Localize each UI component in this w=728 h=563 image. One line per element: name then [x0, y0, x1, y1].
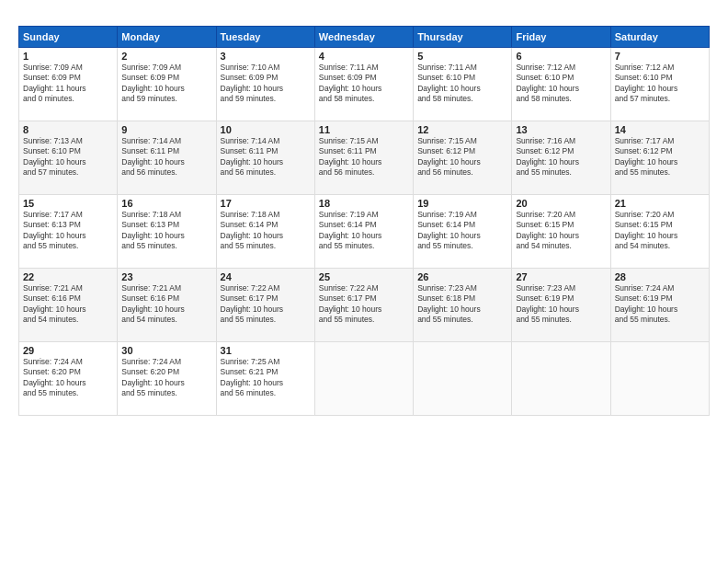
day-info: Sunrise: 7:17 AM Sunset: 6:12 PM Dayligh… [615, 136, 705, 178]
calendar-cell: 21Sunrise: 7:20 AM Sunset: 6:15 PM Dayli… [610, 195, 709, 269]
day-info: Sunrise: 7:21 AM Sunset: 6:16 PM Dayligh… [23, 283, 113, 326]
col-header-tuesday: Tuesday [216, 27, 314, 48]
day-number: 8 [23, 124, 113, 135]
calendar-cell: 26Sunrise: 7:23 AM Sunset: 6:18 PM Dayli… [414, 269, 512, 342]
day-info: Sunrise: 7:11 AM Sunset: 6:09 PM Dayligh… [319, 63, 409, 105]
col-header-thursday: Thursday [414, 27, 512, 48]
calendar-cell [414, 342, 512, 416]
calendar-cell: 30Sunrise: 7:24 AM Sunset: 6:20 PM Dayli… [118, 342, 216, 416]
day-number: 14 [615, 124, 705, 135]
calendar-cell: 6Sunrise: 7:12 AM Sunset: 6:10 PM Daylig… [512, 48, 610, 121]
calendar-cell: 10Sunrise: 7:14 AM Sunset: 6:11 PM Dayli… [216, 121, 314, 195]
calendar-cell: 8Sunrise: 7:13 AM Sunset: 6:10 PM Daylig… [19, 121, 118, 195]
calendar-cell: 15Sunrise: 7:17 AM Sunset: 6:13 PM Dayli… [19, 195, 118, 269]
day-number: 19 [417, 198, 507, 209]
day-info: Sunrise: 7:15 AM Sunset: 6:12 PM Dayligh… [417, 136, 507, 178]
day-info: Sunrise: 7:25 AM Sunset: 6:21 PM Dayligh… [221, 357, 311, 399]
day-number: 10 [221, 124, 311, 135]
calendar-cell: 27Sunrise: 7:23 AM Sunset: 6:19 PM Dayli… [512, 269, 610, 342]
day-number: 13 [516, 124, 606, 135]
day-info: Sunrise: 7:24 AM Sunset: 6:20 PM Dayligh… [23, 357, 113, 399]
day-number: 11 [319, 124, 409, 135]
calendar-cell: 28Sunrise: 7:24 AM Sunset: 6:19 PM Dayli… [610, 269, 709, 342]
calendar-cell: 5Sunrise: 7:11 AM Sunset: 6:10 PM Daylig… [414, 48, 512, 121]
day-info: Sunrise: 7:12 AM Sunset: 6:10 PM Dayligh… [516, 63, 606, 105]
day-info: Sunrise: 7:24 AM Sunset: 6:20 PM Dayligh… [121, 357, 211, 399]
day-info: Sunrise: 7:12 AM Sunset: 6:10 PM Dayligh… [615, 63, 705, 105]
calendar-cell: 18Sunrise: 7:19 AM Sunset: 6:14 PM Dayli… [314, 195, 413, 269]
calendar-cell: 29Sunrise: 7:24 AM Sunset: 6:20 PM Dayli… [19, 342, 118, 416]
day-number: 21 [615, 198, 705, 209]
day-info: Sunrise: 7:19 AM Sunset: 6:14 PM Dayligh… [319, 210, 409, 252]
calendar-cell [610, 342, 709, 416]
day-number: 15 [23, 198, 113, 209]
day-info: Sunrise: 7:21 AM Sunset: 6:16 PM Dayligh… [121, 283, 211, 326]
calendar-cell: 25Sunrise: 7:22 AM Sunset: 6:17 PM Dayli… [314, 269, 413, 342]
col-header-friday: Friday [512, 27, 610, 48]
day-info: Sunrise: 7:17 AM Sunset: 6:13 PM Dayligh… [23, 210, 113, 252]
day-info: Sunrise: 7:11 AM Sunset: 6:10 PM Dayligh… [417, 63, 507, 105]
col-header-monday: Monday [118, 27, 216, 48]
day-number: 29 [23, 345, 113, 356]
calendar-week-3: 15Sunrise: 7:17 AM Sunset: 6:13 PM Dayli… [19, 195, 710, 269]
day-number: 30 [121, 345, 211, 356]
day-info: Sunrise: 7:22 AM Sunset: 6:17 PM Dayligh… [221, 283, 311, 326]
calendar-cell: 7Sunrise: 7:12 AM Sunset: 6:10 PM Daylig… [610, 48, 709, 121]
calendar-cell: 22Sunrise: 7:21 AM Sunset: 6:16 PM Dayli… [19, 269, 118, 342]
day-info: Sunrise: 7:09 AM Sunset: 6:09 PM Dayligh… [121, 63, 211, 105]
calendar-week-4: 22Sunrise: 7:21 AM Sunset: 6:16 PM Dayli… [19, 269, 710, 342]
day-number: 25 [319, 271, 409, 282]
calendar-week-1: 1Sunrise: 7:09 AM Sunset: 6:09 PM Daylig… [19, 48, 710, 121]
day-number: 16 [121, 198, 211, 209]
day-number: 23 [121, 271, 211, 282]
calendar-cell: 11Sunrise: 7:15 AM Sunset: 6:11 PM Dayli… [314, 121, 413, 195]
day-number: 28 [615, 271, 705, 282]
day-number: 1 [23, 51, 113, 62]
col-header-sunday: Sunday [19, 27, 118, 48]
calendar-cell: 31Sunrise: 7:25 AM Sunset: 6:21 PM Dayli… [216, 342, 314, 416]
day-number: 6 [516, 51, 606, 62]
day-info: Sunrise: 7:14 AM Sunset: 6:11 PM Dayligh… [221, 136, 311, 178]
day-number: 5 [417, 51, 507, 62]
calendar-cell: 1Sunrise: 7:09 AM Sunset: 6:09 PM Daylig… [19, 48, 118, 121]
calendar-cell: 23Sunrise: 7:21 AM Sunset: 6:16 PM Dayli… [118, 269, 216, 342]
day-number: 31 [221, 345, 311, 356]
day-number: 9 [121, 124, 211, 135]
day-info: Sunrise: 7:23 AM Sunset: 6:19 PM Dayligh… [516, 283, 606, 326]
day-number: 3 [221, 51, 311, 62]
calendar-header-row: SundayMondayTuesdayWednesdayThursdayFrid… [19, 27, 710, 48]
day-number: 22 [23, 271, 113, 282]
calendar-cell: 14Sunrise: 7:17 AM Sunset: 6:12 PM Dayli… [610, 121, 709, 195]
day-info: Sunrise: 7:13 AM Sunset: 6:10 PM Dayligh… [23, 136, 113, 178]
day-number: 17 [221, 198, 311, 209]
calendar-table: SundayMondayTuesdayWednesdayThursdayFrid… [18, 26, 710, 416]
day-number: 12 [417, 124, 507, 135]
calendar-cell: 3Sunrise: 7:10 AM Sunset: 6:09 PM Daylig… [216, 48, 314, 121]
col-header-saturday: Saturday [610, 27, 709, 48]
day-number: 26 [417, 271, 507, 282]
calendar-cell: 24Sunrise: 7:22 AM Sunset: 6:17 PM Dayli… [216, 269, 314, 342]
col-header-wednesday: Wednesday [314, 27, 413, 48]
calendar-week-2: 8Sunrise: 7:13 AM Sunset: 6:10 PM Daylig… [19, 121, 710, 195]
day-info: Sunrise: 7:18 AM Sunset: 6:13 PM Dayligh… [121, 210, 211, 252]
day-number: 4 [319, 51, 409, 62]
page: General Blue SundayMondayTuesdayWednesda… [0, 0, 728, 563]
day-number: 20 [516, 198, 606, 209]
day-info: Sunrise: 7:19 AM Sunset: 6:14 PM Dayligh… [417, 210, 507, 252]
day-number: 27 [516, 271, 606, 282]
day-number: 7 [615, 51, 705, 62]
day-info: Sunrise: 7:16 AM Sunset: 6:12 PM Dayligh… [516, 136, 606, 178]
day-info: Sunrise: 7:20 AM Sunset: 6:15 PM Dayligh… [516, 210, 606, 252]
day-info: Sunrise: 7:10 AM Sunset: 6:09 PM Dayligh… [221, 63, 311, 105]
calendar-cell: 9Sunrise: 7:14 AM Sunset: 6:11 PM Daylig… [118, 121, 216, 195]
day-info: Sunrise: 7:18 AM Sunset: 6:14 PM Dayligh… [221, 210, 311, 252]
day-number: 2 [121, 51, 211, 62]
calendar-cell [314, 342, 413, 416]
calendar-cell: 4Sunrise: 7:11 AM Sunset: 6:09 PM Daylig… [314, 48, 413, 121]
day-number: 24 [221, 271, 311, 282]
day-info: Sunrise: 7:23 AM Sunset: 6:18 PM Dayligh… [417, 283, 507, 326]
calendar-cell: 16Sunrise: 7:18 AM Sunset: 6:13 PM Dayli… [118, 195, 216, 269]
calendar-cell [512, 342, 610, 416]
calendar-cell: 20Sunrise: 7:20 AM Sunset: 6:15 PM Dayli… [512, 195, 610, 269]
day-number: 18 [319, 198, 409, 209]
